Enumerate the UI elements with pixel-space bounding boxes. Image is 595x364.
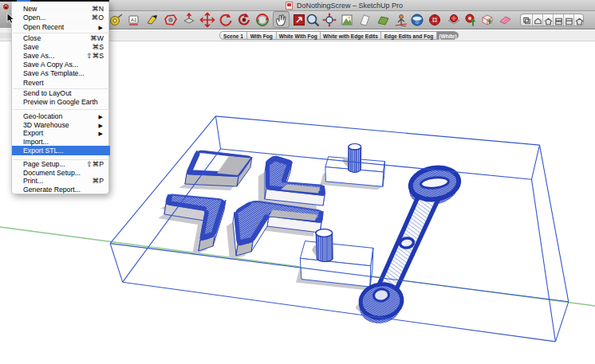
svg-text:A1: A1 <box>131 18 137 22</box>
